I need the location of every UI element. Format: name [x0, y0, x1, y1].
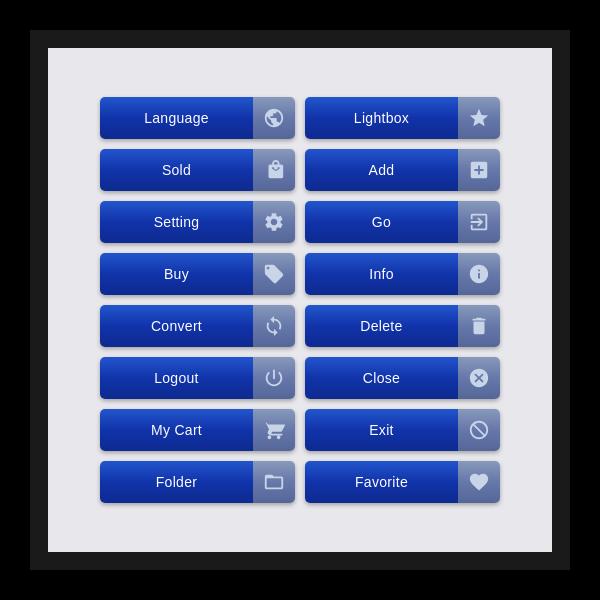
button-my-cart[interactable]: My Cart [100, 409, 295, 451]
button-logout[interactable]: Logout [100, 357, 295, 399]
button-setting[interactable]: Setting [100, 201, 295, 243]
outer-frame: LanguageLightboxSoldAddSettingGoBuyInfoC… [30, 30, 570, 570]
button-label-convert: Convert [100, 305, 253, 347]
button-info[interactable]: Info [305, 253, 500, 295]
button-label-logout: Logout [100, 357, 253, 399]
button-sold[interactable]: Sold [100, 149, 295, 191]
button-favorite[interactable]: Favorite [305, 461, 500, 503]
button-label-delete: Delete [305, 305, 458, 347]
button-icon-star [458, 97, 500, 139]
button-label-go: Go [305, 201, 458, 243]
button-label-buy: Buy [100, 253, 253, 295]
button-label-setting: Setting [100, 201, 253, 243]
button-label-my-cart: My Cart [100, 409, 253, 451]
button-icon-trash [458, 305, 500, 347]
button-add[interactable]: Add [305, 149, 500, 191]
button-label-folder: Folder [100, 461, 253, 503]
button-icon-convert [253, 305, 295, 347]
button-icon-heart [458, 461, 500, 503]
button-icon-no-entry [458, 409, 500, 451]
button-go[interactable]: Go [305, 201, 500, 243]
button-label-sold: Sold [100, 149, 253, 191]
button-icon-info [458, 253, 500, 295]
button-label-info: Info [305, 253, 458, 295]
button-label-close: Close [305, 357, 458, 399]
button-icon-go-arrow [458, 201, 500, 243]
button-icon-close-x [458, 357, 500, 399]
button-lightbox[interactable]: Lightbox [305, 97, 500, 139]
button-exit[interactable]: Exit [305, 409, 500, 451]
button-icon-cart [253, 409, 295, 451]
button-folder[interactable]: Folder [100, 461, 295, 503]
button-icon-tag [253, 253, 295, 295]
button-label-language: Language [100, 97, 253, 139]
button-label-add: Add [305, 149, 458, 191]
button-icon-globe [253, 97, 295, 139]
button-label-exit: Exit [305, 409, 458, 451]
button-icon-briefcase [253, 149, 295, 191]
button-language[interactable]: Language [100, 97, 295, 139]
button-icon-folder [253, 461, 295, 503]
button-buy[interactable]: Buy [100, 253, 295, 295]
button-icon-add-box [458, 149, 500, 191]
button-delete[interactable]: Delete [305, 305, 500, 347]
button-label-lightbox: Lightbox [305, 97, 458, 139]
button-label-favorite: Favorite [305, 461, 458, 503]
button-icon-gear [253, 201, 295, 243]
button-close[interactable]: Close [305, 357, 500, 399]
button-icon-power [253, 357, 295, 399]
button-convert[interactable]: Convert [100, 305, 295, 347]
button-grid: LanguageLightboxSoldAddSettingGoBuyInfoC… [80, 77, 520, 523]
